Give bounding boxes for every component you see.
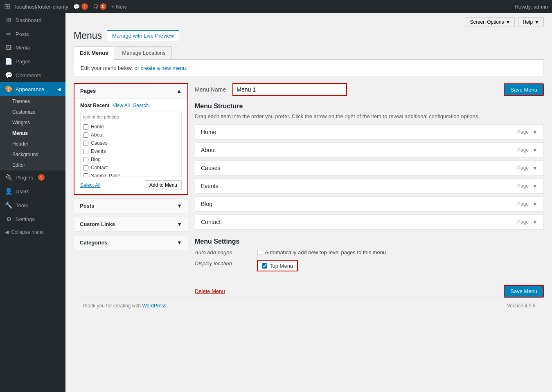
tab-search[interactable]: Search (133, 103, 149, 108)
collapse-label: Collapse menu (11, 229, 44, 235)
sidebar-item-appearance[interactable]: 🎨 Appearance ◀ (0, 82, 65, 96)
menu-item-chevron-blog[interactable]: ▼ (532, 201, 538, 207)
help-button[interactable]: Help ▼ (518, 17, 544, 27)
auto-add-checkbox[interactable] (257, 250, 262, 255)
checkbox-sample[interactable] (83, 173, 88, 177)
menu-row-causes[interactable]: Causes Page ▼ (195, 160, 544, 176)
adminbar-new[interactable]: + New (111, 4, 126, 10)
menu-structure-description: Drag each item into the order you prefer… (195, 113, 544, 119)
sidebar-item-dashboard[interactable]: ⊞ Dashboard (0, 13, 65, 27)
sidebar-item-posts[interactable]: ✏ Posts (0, 27, 65, 41)
sidebar-item-pages[interactable]: 📄 Pages (0, 54, 65, 68)
delete-menu-link[interactable]: Delete Menu (195, 288, 225, 294)
menu-row-blog[interactable]: Blog Page ▼ (195, 196, 544, 212)
custom-links-accordion-header[interactable]: Custom Links ▼ (74, 217, 188, 231)
save-menu-button-top[interactable]: Save Menu (504, 83, 544, 96)
menu-item-chevron-events[interactable]: ▼ (532, 183, 538, 189)
add-to-menu-button[interactable]: Add to Menu (145, 180, 182, 190)
page-label-sample: Sample Page (91, 173, 120, 177)
live-preview-button[interactable]: Manage with Live Preview (107, 30, 179, 41)
submenu-menus[interactable]: Menus (0, 128, 65, 139)
tab-most-recent[interactable]: Most Recent (80, 103, 109, 108)
tab-view-all[interactable]: View All (113, 103, 130, 108)
menu-item-chevron-about[interactable]: ▼ (532, 147, 538, 153)
adminbar-chat[interactable]: 🗨 0 (93, 3, 106, 10)
checkbox-blog[interactable] (83, 157, 88, 162)
menu-row-home[interactable]: Home Page ▼ (195, 124, 544, 140)
screen-options-arrow-icon: ▼ (506, 19, 511, 25)
auto-add-checkbox-label[interactable]: Automatically add new top-level pages to… (257, 249, 544, 255)
media-icon: 🖼 (5, 44, 12, 51)
submenu-themes[interactable]: Themes (0, 96, 65, 107)
tab-edit-menus[interactable]: Edit Menus (74, 46, 114, 60)
sidebar-item-tools[interactable]: 🔧 Tools (0, 198, 65, 212)
menu-name-input[interactable] (232, 83, 347, 96)
menu-row-events[interactable]: Events Page ▼ (195, 178, 544, 194)
comments-icon: 💬 (5, 72, 12, 79)
submenu-background[interactable]: Background (0, 149, 65, 160)
menu-item-chevron-home[interactable]: ▼ (532, 129, 538, 135)
sidebar-label-appearance: Appearance (16, 86, 44, 92)
menu-item-type-row-about: Page ▼ (517, 147, 538, 153)
menu-item-type-events: Page (517, 183, 529, 189)
tab-manage-locations[interactable]: Manage Locations (116, 46, 171, 59)
menu-row-about[interactable]: About Page ▼ (195, 142, 544, 158)
custom-links-title: Custom Links (80, 221, 115, 227)
pages-accordion-header[interactable]: Pages ▲ (74, 84, 187, 98)
menu-item-type-blog: Page (517, 201, 529, 207)
chat-count: 0 (100, 3, 106, 10)
help-arrow-icon: ▼ (534, 19, 539, 25)
tools-icon: 🔧 (5, 202, 12, 209)
select-all-link[interactable]: Select All (80, 182, 100, 188)
checkbox-home[interactable] (83, 124, 88, 130)
adminbar-comments[interactable]: 💬 1 (73, 3, 88, 10)
adminbar-site[interactable]: localhost/foster-charity (15, 4, 68, 10)
sidebar-label-plugins: Plugins (16, 175, 33, 181)
menu-item-chevron-causes[interactable]: ▼ (532, 165, 538, 171)
plugins-badge: 1 (38, 174, 45, 181)
footer-thank-you: Thank you for creating with (82, 303, 141, 309)
collapse-icon: ◀ (5, 229, 9, 235)
sidebar-item-media[interactable]: 🖼 Media (0, 41, 65, 54)
categories-accordion-header[interactable]: Categories ▼ (74, 235, 188, 250)
pages-accordion-title: Pages (80, 88, 96, 94)
checkbox-about[interactable] (83, 132, 88, 138)
checkbox-causes[interactable] (83, 141, 88, 146)
menu-item-type-about: Page (517, 147, 529, 153)
sidebar-item-users[interactable]: 👤 Users (0, 184, 65, 198)
posts-accordion-header[interactable]: Posts ▼ (74, 199, 188, 213)
footer-wordpress-link[interactable]: WordPress (142, 303, 166, 309)
submenu-widgets[interactable]: Widgets (0, 117, 65, 128)
sidebar-label-dashboard: Dashboard (16, 17, 42, 23)
sidebar-item-comments[interactable]: 💬 Comments (0, 68, 65, 82)
page-label-home: Home (91, 124, 104, 130)
wp-logo-icon[interactable]: ⊞ (4, 2, 10, 11)
menu-row-contact[interactable]: Contact Page ▼ (195, 214, 544, 230)
checkbox-contact[interactable] (83, 165, 88, 170)
pages-icon: 📄 (5, 58, 12, 65)
sidebar-item-settings[interactable]: ⚙ Settings (0, 212, 65, 226)
menu-item-chevron-contact[interactable]: ▼ (532, 219, 538, 225)
page-list-scroll[interactable]: text of the printing Home About (80, 112, 182, 177)
top-menu-checkbox[interactable] (262, 263, 267, 269)
top-menu-label: Top Menu (270, 263, 293, 269)
auto-add-pages-row: Auto add pages Automatically add new top… (195, 249, 544, 255)
users-icon: 👤 (5, 188, 12, 195)
list-hint-text: text of the printing (82, 114, 180, 120)
sidebar-item-plugins[interactable]: 🔌 Plugins 1 (0, 170, 65, 184)
create-new-menu-link[interactable]: create a new menu. (141, 65, 187, 71)
list-item-blog: Blog (82, 155, 180, 164)
checkbox-events[interactable] (83, 149, 88, 154)
menu-item-type-row-contact: Page ▼ (517, 219, 538, 225)
sidebar-collapse[interactable]: ◀ Collapse menu (0, 226, 65, 238)
list-item-about: About (82, 131, 180, 139)
list-item-causes: Causes (82, 139, 180, 147)
screen-options-button[interactable]: Screen Options ▼ (466, 17, 515, 27)
sidebar-label-posts: Posts (16, 31, 29, 37)
categories-accordion: Categories ▼ (74, 235, 188, 250)
submenu-header[interactable]: Header (0, 139, 65, 149)
submenu-editor[interactable]: Editor (0, 160, 65, 170)
display-location-row: Display location Top Menu (195, 260, 544, 271)
save-menu-button-bottom[interactable]: Save Menu (504, 285, 544, 298)
submenu-customize[interactable]: Customize (0, 107, 65, 117)
